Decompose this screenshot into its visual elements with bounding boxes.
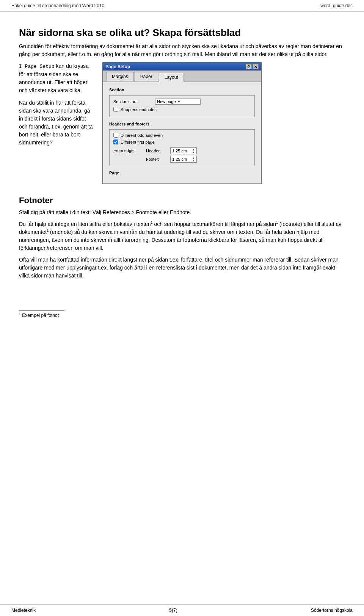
- two-col-section: I Page Setup kan du kryssa för att först…: [19, 62, 345, 184]
- dropdown-arrow: ▼: [177, 100, 181, 103]
- fotnoter-para1: Ställ dig på rätt ställe i din text. Väl…: [19, 208, 345, 216]
- footer-spin-arrows: ▲ ▼: [192, 157, 195, 162]
- headers-footers-box: Different odd and even Different first p…: [109, 129, 255, 166]
- page-label: Page: [109, 171, 255, 175]
- dialog-titlebar: Page Setup ? ✕: [103, 63, 261, 71]
- code-inline-pagesetup: I Page Setup: [19, 64, 55, 69]
- footnote-area: 1 Exempel på fotnot: [19, 310, 345, 318]
- footer-right: Södertörns högskola: [311, 608, 353, 613]
- header-spin-input[interactable]: 1,25 cm ▲ ▼: [170, 147, 197, 154]
- diff-first-page-row: Different first page: [113, 140, 251, 144]
- dialog-help-button[interactable]: ?: [246, 64, 252, 69]
- left-para-2: När du ställit in här att första sidan s…: [19, 99, 95, 147]
- footnote-marker: 1: [19, 312, 21, 316]
- section-label: Section: [109, 88, 255, 92]
- header-left: Enkel guide till ordbehandling med Word …: [11, 3, 104, 8]
- dialog-body: Section Section start: New page ▼: [103, 82, 261, 183]
- headers-footers-label: Headers and footers: [109, 122, 255, 126]
- header-spin-arrows: ▲ ▼: [192, 148, 195, 154]
- footnote-ref-3: 1: [47, 229, 49, 232]
- footer-spin-input[interactable]: 1,25 cm ▲ ▼: [170, 156, 197, 163]
- diff-odd-even-checkbox[interactable]: [113, 133, 118, 138]
- header-right: word_guide.doc: [320, 3, 353, 8]
- suppress-label: Suppress endnotes: [121, 107, 157, 112]
- left-column: I Page Setup kan du kryssa för att först…: [19, 62, 95, 150]
- intro-paragraph: Grundidén för effektiv formatering av do…: [19, 42, 345, 58]
- suppress-endnotes-row: Suppress endnotes: [113, 107, 251, 112]
- fotnoter-para2: Du får hjälp att infoga en liten siffra …: [19, 220, 345, 252]
- dialog-title: Page Setup: [105, 64, 130, 69]
- fotnoter-section: Fotnoter Ställ dig på rätt ställe i din …: [19, 196, 345, 280]
- tab-margins[interactable]: Margins: [106, 72, 134, 82]
- dialog-tabs: Margins Paper Layout: [103, 71, 261, 82]
- diff-odd-even-label: Different odd and even: [121, 133, 163, 138]
- footnote-ref-1: 1: [151, 221, 153, 224]
- footer-center: 5(7): [169, 608, 177, 613]
- footnote-text: 1 Exempel på fotnot: [19, 312, 345, 318]
- tab-paper[interactable]: Paper: [135, 72, 158, 82]
- section-start-row: Section start: New page ▼: [113, 99, 251, 105]
- main-content: När sidorna ska se olika ut? Skapa försä…: [0, 12, 364, 348]
- page-setup-dialog: Page Setup ? ✕ Margins Paper Layout: [102, 62, 262, 184]
- diff-first-page-label: Different first page: [121, 140, 155, 144]
- page-title: När sidorna ska se olika ut? Skapa försä…: [19, 27, 345, 39]
- diff-odd-even-row: Different odd and even: [113, 133, 251, 138]
- fotnoter-heading: Fotnoter: [19, 196, 345, 205]
- dialog-controls: ? ✕: [246, 64, 259, 69]
- footer-left: Medieteknik: [11, 608, 36, 613]
- dialog-close-button[interactable]: ✕: [253, 64, 259, 69]
- left-para-1: I Page Setup kan du kryssa för att först…: [19, 62, 95, 94]
- right-column: Page Setup ? ✕ Margins Paper Layout: [102, 62, 345, 184]
- suppress-endnotes-checkbox[interactable]: [113, 107, 118, 112]
- section-start-dropdown[interactable]: New page ▼: [155, 99, 201, 105]
- document-header: Enkel guide till ordbehandling med Word …: [0, 0, 364, 12]
- section-box: Section start: New page ▼ Suppress endno…: [109, 95, 255, 117]
- footnote-divider: [19, 310, 64, 310]
- document-footer: Medieteknik 5(7) Södertörns högskola: [0, 604, 364, 616]
- footnote-ref-2: 1: [276, 221, 278, 224]
- fotnoter-para3: Ofta vill man ha kortfattad information …: [19, 256, 345, 280]
- section-start-label: Section start:: [113, 99, 155, 104]
- tab-layout[interactable]: Layout: [159, 73, 184, 82]
- diff-first-page-checkbox[interactable]: [113, 140, 118, 144]
